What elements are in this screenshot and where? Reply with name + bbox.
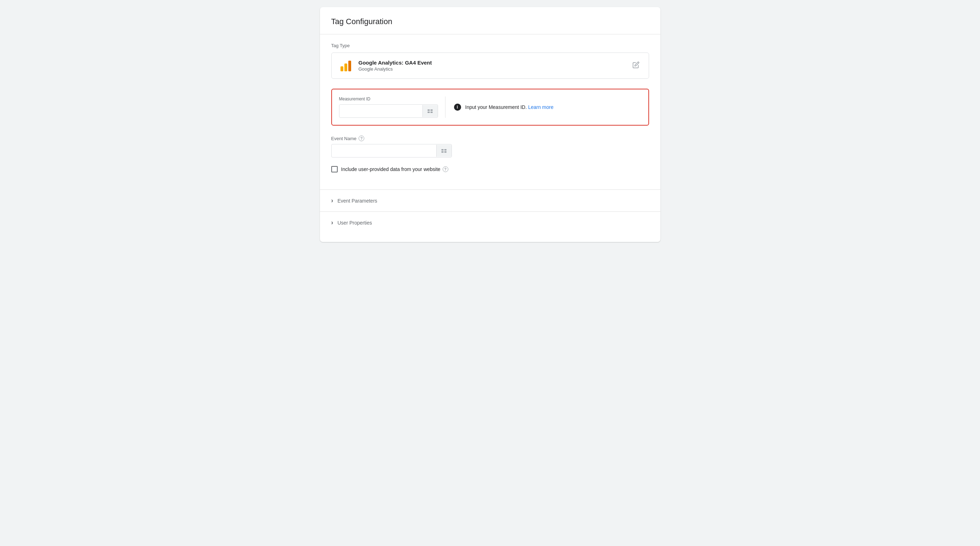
event-name-input-wrapper [331,144,452,158]
svg-rect-7 [441,150,443,151]
user-properties-section: › User Properties [331,212,649,234]
panel-title: Tag Configuration [331,17,649,26]
event-parameters-chevron-icon: › [331,197,333,204]
svg-rect-2 [348,60,351,71]
info-icon: i [454,103,461,111]
event-name-variable-button[interactable] [436,145,452,157]
svg-rect-0 [340,66,343,71]
tag-type-left: Google Analytics: GA4 Event Google Analy… [339,59,432,73]
svg-rect-9 [444,150,446,151]
event-name-input[interactable] [332,144,436,157]
user-data-checkbox[interactable] [331,166,338,172]
event-parameters-section: › Event Parameters [331,190,649,212]
tag-configuration-panel: Tag Configuration Tag Type Google Analyt… [320,7,660,242]
measurement-id-input-group [339,104,438,118]
event-parameters-header[interactable]: › Event Parameters [331,197,649,204]
measurement-id-hint: i Input your Measurement ID. Learn more [445,103,641,111]
measurement-id-left: Measurement ID [339,97,445,118]
google-analytics-icon [339,59,353,73]
event-name-input-group [331,144,452,158]
user-data-checkbox-section: Include user-provided data from your web… [331,166,649,181]
event-name-label-row: Event Name ? [331,135,649,141]
panel-header: Tag Configuration [320,7,660,34]
measurement-id-hint-text: Input your Measurement ID. Learn more [465,104,554,110]
tag-type-label: Tag Type [331,43,649,48]
tag-type-info: Google Analytics: GA4 Event Google Analy… [359,60,432,72]
measurement-id-variable-button[interactable] [422,105,438,117]
svg-rect-3 [427,110,430,111]
user-data-help-icon[interactable]: ? [443,166,448,172]
svg-rect-6 [430,112,432,113]
user-properties-header[interactable]: › User Properties [331,219,649,226]
learn-more-link[interactable]: Learn more [528,104,554,110]
edit-tag-type-button[interactable] [630,59,642,72]
user-properties-chevron-icon: › [331,219,333,226]
tag-provider: Google Analytics [359,66,432,72]
svg-rect-8 [441,151,443,153]
event-name-help-icon[interactable]: ? [359,135,364,141]
tag-name: Google Analytics: GA4 Event [359,60,432,65]
measurement-id-label: Measurement ID [339,97,438,102]
measurement-id-section: Measurement ID i Input [331,89,649,126]
svg-rect-5 [430,110,432,111]
event-name-section: Event Name ? [331,135,649,158]
svg-rect-10 [444,151,446,153]
user-properties-title: User Properties [338,220,372,226]
tag-type-card: Google Analytics: GA4 Event Google Analy… [331,53,649,79]
svg-rect-4 [427,112,430,113]
svg-rect-1 [344,64,347,71]
event-name-label-text: Event Name [331,136,357,141]
panel-body: Tag Type Google Analytics: GA4 Event Goo… [320,34,660,242]
user-data-checkbox-label: Include user-provided data from your web… [341,166,448,172]
measurement-id-input[interactable] [339,105,422,118]
event-parameters-title: Event Parameters [338,198,377,204]
